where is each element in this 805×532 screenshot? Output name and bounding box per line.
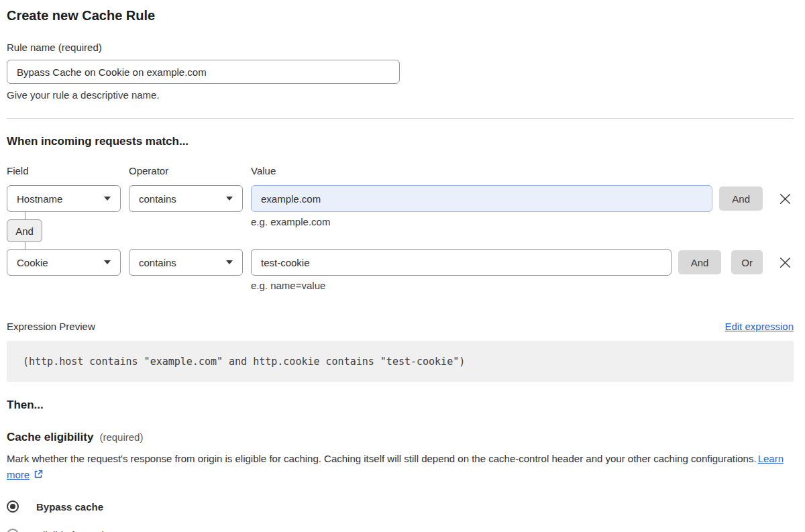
radio-option-eligible-for-cache[interactable]: Eligible for cache	[7, 529, 794, 532]
operator-select-row1[interactable]: contains	[129, 185, 243, 212]
field-select-row2[interactable]: Cookie	[7, 249, 121, 276]
then-heading: Then...	[7, 398, 794, 412]
section-divider	[7, 118, 794, 119]
operator-column-label: Operator	[129, 165, 251, 176]
add-and-button-row2[interactable]: And	[678, 250, 722, 274]
edit-expression-link[interactable]: Edit expression	[724, 321, 794, 332]
radio-dot	[10, 504, 15, 509]
rule-name-label: Rule name (required)	[7, 42, 794, 53]
remove-condition-button-row1[interactable]	[776, 190, 794, 207]
radio-unselected-icon	[7, 529, 19, 532]
value-column-label: Value	[251, 165, 276, 176]
chevron-down-icon	[104, 260, 111, 264]
description-text: Mark whether the request's response from…	[7, 453, 757, 464]
expression-preview-label: Expression Preview	[7, 321, 95, 332]
connector-and-button[interactable]: And	[7, 219, 42, 242]
field-select-row1[interactable]: Hostname	[7, 185, 121, 212]
connector-line	[25, 212, 25, 219]
condition-row: Hostname contains And	[7, 185, 794, 212]
close-icon	[778, 192, 792, 206]
value-input-row2[interactable]	[251, 249, 672, 276]
create-cache-rule-form: Create new Cache Rule Rule name (require…	[0, 0, 805, 532]
row-connector-area: And e.g. example.com	[7, 212, 794, 249]
match-heading: When incoming requests match...	[7, 135, 794, 148]
condition-column-labels: Field Operator Value	[7, 165, 794, 176]
cache-eligibility-heading: Cache eligibility	[7, 431, 93, 444]
cache-eligibility-heading-row: Cache eligibility (required)	[7, 431, 794, 444]
add-and-button-row1[interactable]: And	[719, 187, 763, 211]
operator-select-row2[interactable]: contains	[129, 249, 243, 276]
operator-select-row1-value: contains	[139, 193, 176, 205]
value-hint-row1: e.g. example.com	[251, 212, 794, 227]
radio-selected-icon	[7, 500, 19, 513]
rule-name-help: Give your rule a descriptive name.	[7, 89, 794, 101]
cache-eligibility-description: Mark whether the request's response from…	[7, 451, 794, 483]
chevron-down-icon	[226, 197, 233, 201]
expression-code-block: (http.host contains "example.com" and ht…	[7, 341, 794, 382]
connector: And	[7, 212, 42, 249]
radio-label: Bypass cache	[36, 501, 103, 513]
chevron-down-icon	[226, 260, 233, 264]
remove-condition-button-row2[interactable]	[776, 254, 794, 271]
field-select-row1-value: Hostname	[17, 193, 62, 205]
radio-option-bypass-cache[interactable]: Bypass cache	[7, 500, 794, 513]
field-column-label: Field	[7, 165, 129, 176]
page-title: Create new Cache Rule	[7, 8, 794, 23]
required-note: (required)	[99, 431, 143, 443]
connector-line	[25, 242, 25, 249]
expression-preview-header: Expression Preview Edit expression	[7, 321, 794, 332]
rule-name-input[interactable]	[7, 60, 400, 84]
field-select-row2-value: Cookie	[17, 257, 48, 268]
expression-code: (http.host contains "example.com" and ht…	[23, 356, 465, 368]
condition-row: Cookie contains And Or	[7, 249, 794, 276]
value-hint-row2: e.g. name=value	[251, 280, 794, 291]
value-input-row1[interactable]	[251, 185, 712, 212]
add-or-button-row2[interactable]: Or	[731, 250, 763, 274]
external-link-icon	[33, 469, 44, 480]
radio-label: Eligible for cache	[36, 529, 113, 532]
operator-select-row2-value: contains	[139, 257, 176, 268]
chevron-down-icon	[104, 197, 111, 201]
close-icon	[778, 256, 792, 270]
